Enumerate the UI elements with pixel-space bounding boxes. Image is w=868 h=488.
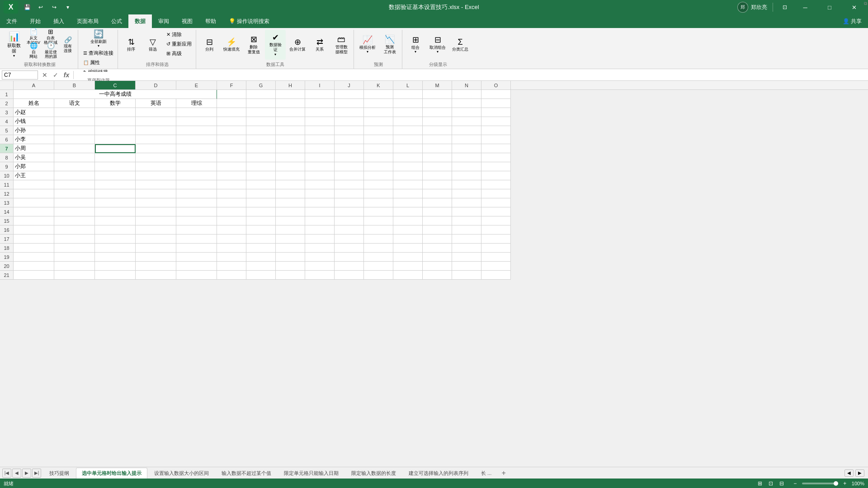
col-header-i[interactable]: I — [305, 81, 335, 89]
page-break-view-btn[interactable]: ⊟ — [777, 479, 787, 488]
cell-k10[interactable] — [364, 171, 393, 180]
cell-d7[interactable] — [136, 144, 176, 153]
cell-f6[interactable] — [217, 135, 246, 144]
row-header-9[interactable]: 9 — [0, 162, 14, 171]
cell-a6[interactable]: 小李 — [14, 135, 54, 144]
minimize-btn[interactable]: ─ — [795, 0, 816, 14]
row-header-5[interactable]: 5 — [0, 126, 14, 135]
col-header-c[interactable]: C — [95, 81, 136, 89]
cell-o9[interactable] — [481, 162, 511, 171]
cell-b4[interactable] — [54, 117, 95, 126]
cell-n2[interactable] — [452, 99, 481, 108]
advanced-btn[interactable]: ⊞ 高级 — [164, 49, 194, 58]
quick-access-dropdown[interactable]: ▾ — [61, 1, 74, 14]
page-layout-view-btn[interactable]: ⊡ — [766, 479, 776, 488]
tab-search[interactable]: 💡 操作说明搜索 — [222, 14, 276, 28]
cell-f4[interactable] — [217, 117, 246, 126]
cell-j7[interactable] — [335, 144, 364, 153]
manage-data-model-btn[interactable]: 🗃 管理数据模型 — [331, 30, 352, 60]
cell-i1[interactable] — [305, 90, 335, 99]
col-header-j[interactable]: J — [335, 81, 364, 89]
cell-l7[interactable] — [393, 144, 423, 153]
cell-d9[interactable] — [136, 162, 176, 171]
what-if-btn[interactable]: 📈 模拟分析 ▾ — [357, 30, 378, 60]
redo-quick-btn[interactable]: ↪ — [48, 1, 61, 14]
cell-g10[interactable] — [246, 171, 276, 180]
cell-d2[interactable]: 英语 — [136, 99, 176, 108]
remove-duplicates-btn[interactable]: ⊠ 删除重复值 — [243, 30, 264, 60]
cell-l5[interactable] — [393, 126, 423, 135]
share-btn[interactable]: 👤 共享 — [836, 14, 868, 28]
col-header-d[interactable]: D — [136, 81, 176, 89]
cell-b2[interactable]: 语文 — [54, 99, 95, 108]
cell-m5[interactable] — [423, 126, 452, 135]
cell-l3[interactable] — [393, 108, 423, 117]
zoom-out-btn[interactable]: − — [790, 479, 800, 488]
sheet-tab-5[interactable]: 限定输入数据的长度 — [345, 468, 402, 479]
cell-g6[interactable] — [246, 135, 276, 144]
cell-n10[interactable] — [452, 171, 481, 180]
cell-n6[interactable] — [452, 135, 481, 144]
cell-b10[interactable] — [54, 171, 95, 180]
col-header-o[interactable]: O — [481, 81, 511, 89]
sheet-tab-0[interactable]: 技巧提纲 — [43, 468, 75, 479]
cell-o2[interactable] — [481, 99, 511, 108]
cell-d10[interactable] — [136, 171, 176, 180]
cell-g3[interactable] — [246, 108, 276, 117]
cell-c3[interactable] — [95, 108, 136, 117]
cell-h9[interactable] — [276, 162, 305, 171]
cell-g9[interactable] — [246, 162, 276, 171]
cell-h4[interactable] — [276, 117, 305, 126]
cell-c5[interactable] — [95, 126, 136, 135]
sheet-tab-3[interactable]: 输入数据不超过某个值 — [216, 468, 277, 479]
tab-insert[interactable]: 插入 — [47, 14, 71, 28]
sheet-nav-last[interactable]: ▶| — [32, 469, 41, 478]
cell-a9[interactable]: 小郑 — [14, 162, 54, 171]
cell-o5[interactable] — [481, 126, 511, 135]
from-table-btn[interactable]: ⊞ 自表格/区域 — [42, 30, 59, 43]
sheet-nav-first[interactable]: |◀ — [2, 469, 11, 478]
row-header-18[interactable]: 18 — [0, 244, 14, 253]
cell-k1[interactable] — [364, 90, 393, 99]
cell-h1[interactable] — [276, 90, 305, 99]
normal-view-btn[interactable]: ⊞ — [755, 479, 765, 488]
cell-a7[interactable]: 小周 — [14, 144, 54, 153]
zoom-in-btn[interactable]: + — [840, 479, 850, 488]
row-header-7[interactable]: 7 — [0, 144, 14, 153]
col-header-k[interactable]: K — [364, 81, 393, 89]
tab-home[interactable]: 开始 — [24, 14, 47, 28]
cell-c9[interactable] — [95, 162, 136, 171]
formula-function-icon[interactable]: fx — [61, 70, 71, 80]
cell-d6[interactable] — [136, 135, 176, 144]
cell-o4[interactable] — [481, 117, 511, 126]
cell-k3[interactable] — [364, 108, 393, 117]
row-header-20[interactable]: 20 — [0, 262, 14, 271]
cell-m1[interactable] — [423, 90, 452, 99]
cell-f1[interactable] — [217, 90, 246, 99]
cell-a8[interactable]: 小吴 — [14, 153, 54, 162]
scroll-right-btn[interactable]: ▶ — [855, 469, 864, 477]
sheet-tab-add[interactable]: + — [498, 468, 509, 479]
sheet-nav-prev[interactable]: ◀ — [12, 469, 21, 478]
cell-e8[interactable] — [176, 153, 217, 162]
cell-l1[interactable] — [393, 90, 423, 99]
col-header-e[interactable]: E — [176, 81, 217, 89]
cell-k8[interactable] — [364, 153, 393, 162]
cell-o8[interactable] — [481, 153, 511, 162]
cell-n5[interactable] — [452, 126, 481, 135]
cell-g7[interactable] — [246, 144, 276, 153]
cell-g4[interactable] — [246, 117, 276, 126]
cell-f2[interactable] — [217, 99, 246, 108]
ungroup-btn[interactable]: ⊟ 取消组合 ▾ — [427, 30, 448, 60]
filter-btn[interactable]: ▽ 筛选 — [142, 30, 163, 60]
col-header-h[interactable]: H — [276, 81, 305, 89]
cell-f9[interactable] — [217, 162, 246, 171]
user-area[interactable]: 郑 郑欣亮 — [737, 2, 767, 13]
cell-l6[interactable] — [393, 135, 423, 144]
cell-d8[interactable] — [136, 153, 176, 162]
tab-help[interactable]: 帮助 — [199, 14, 222, 28]
outline-collapse-btn[interactable]: ⧉ — [864, 1, 867, 6]
cell-b8[interactable] — [54, 153, 95, 162]
zoom-slider[interactable] — [802, 483, 838, 484]
get-data-btn[interactable]: 📊 获取数据 ▾ — [4, 30, 24, 60]
